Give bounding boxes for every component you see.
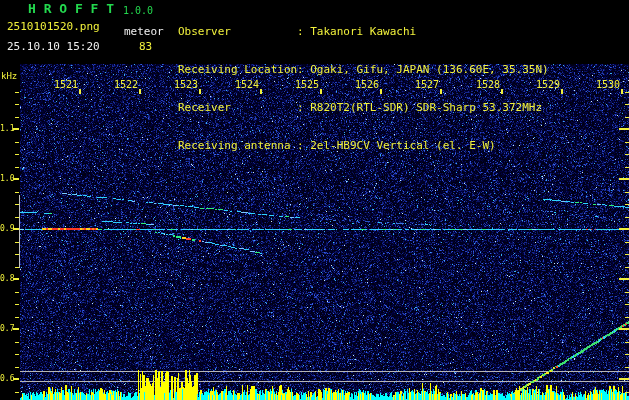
info-separator: :: [297, 101, 304, 114]
echo-count: 83: [139, 41, 152, 53]
x-axis-label: 1525: [292, 79, 322, 91]
y-axis-label: 0.6: [0, 373, 14, 385]
info-separator: :: [297, 25, 304, 38]
info-label: Receiving Location: [178, 64, 297, 76]
y-axis-label: 0.8: [0, 273, 14, 285]
x-axis-label: 1521: [51, 79, 81, 91]
timestamp: 25.10.10 15:20: [7, 41, 100, 53]
filename: 2510101520.png: [7, 21, 100, 33]
y-axis-unit: kHz: [1, 70, 17, 82]
info-row-location: Receiving Location: Ogaki, Gifu, JAPAN (…: [178, 64, 549, 78]
info-separator: :: [297, 63, 304, 76]
x-axis-label: 1530: [593, 79, 623, 91]
x-axis-label: 1528: [473, 79, 503, 91]
app-version: 1.0.0: [123, 5, 153, 17]
info-row-antenna: Receiving antenna: 2el-HB9CV Vertical (e…: [178, 140, 549, 154]
y-axis-label: 1.0: [0, 173, 14, 185]
x-axis-label: 1524: [232, 79, 262, 91]
hrofft-window: H R O F F T 1.0.0 2510101520.png meteor …: [0, 0, 629, 400]
info-row-receiver: Receiver: R820T2(RTL-SDR) SDR-Sharp 53.3…: [178, 102, 549, 116]
y-axis-label: 1.1: [0, 123, 14, 135]
info-separator: :: [297, 139, 304, 152]
x-axis-label: 1522: [111, 79, 141, 91]
info-label: Receiving antenna: [178, 140, 297, 152]
y-axis-label: 0.9: [0, 223, 14, 235]
x-axis-label: 1529: [533, 79, 563, 91]
info-value: Takanori Kawachi: [310, 25, 416, 38]
info-row-observer: Observer: Takanori Kawachi: [178, 26, 549, 40]
info-label: Observer: [178, 26, 297, 38]
mode-label: meteor: [124, 26, 164, 38]
info-value: R820T2(RTL-SDR) SDR-Sharp 53.372MHz: [310, 101, 542, 114]
y-axis-label: 0.7: [0, 323, 14, 335]
x-axis-label: 1523: [171, 79, 201, 91]
app-title: H R O F F T: [28, 3, 114, 15]
info-value: 2el-HB9CV Vertical (el. E-W): [310, 139, 495, 152]
info-label: Receiver: [178, 102, 297, 114]
x-axis-label: 1527: [412, 79, 442, 91]
x-axis-label: 1526: [352, 79, 382, 91]
info-value: Ogaki, Gifu, JAPAN (136.60E, 35.35N): [310, 63, 548, 76]
